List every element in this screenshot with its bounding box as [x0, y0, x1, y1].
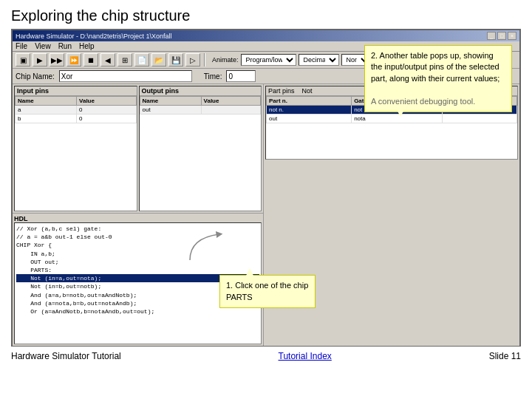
maximize-button[interactable]: □	[497, 32, 506, 40]
hdl-line: OUT out;	[16, 258, 259, 266]
pins-area: Input pins Name Value a 0 b 0	[13, 84, 263, 214]
toolbar-btn-7[interactable]: 📄	[134, 53, 149, 66]
cell: 0	[77, 106, 136, 115]
input-col-name: Name	[16, 97, 77, 106]
toolbar-btn-3[interactable]: ▶▶	[50, 53, 64, 66]
minimize-button[interactable]: _	[487, 32, 496, 40]
output-col-name: Name	[140, 97, 201, 106]
cell: b	[16, 115, 77, 123]
animate-label: Animate:	[212, 56, 239, 64]
cell: not n.	[267, 106, 352, 115]
cell	[443, 115, 517, 123]
toolbar-btn-9[interactable]: 💾	[168, 53, 183, 66]
cell: a	[16, 106, 77, 115]
hdl-line: // Xor (a,b,c sel) gate:	[16, 225, 259, 233]
sim-titlebar: Hardware Simulator - D:\nand2tetris\Proj…	[13, 30, 519, 41]
toolbar-btn-8[interactable]: 📂	[151, 53, 166, 66]
footer-left: Hardware Simulator Tutorial	[11, 351, 121, 361]
hdl-line: PARTS:	[16, 266, 259, 274]
toolbar-btn-10[interactable]: ▷	[185, 53, 200, 66]
output-pins-table: Output pins Name Value out	[139, 86, 262, 211]
tutorial-index-link[interactable]: Tutorial Index	[279, 351, 332, 361]
toolbar-sep	[204, 53, 205, 66]
menu-run[interactable]: Run	[58, 42, 72, 50]
animate-select[interactable]: Program/low	[241, 54, 296, 66]
simulator-window: Hardware Simulator - D:\nand2tetris\Proj…	[11, 29, 521, 347]
toolbar-btn-back[interactable]: ◀	[100, 53, 115, 66]
chip-name-label: Chip Name:	[16, 72, 55, 81]
time-input[interactable]	[226, 70, 256, 82]
sim-titlebar-text: Hardware Simulator - D:\nand2tetris\Proj…	[16, 33, 172, 40]
table-row[interactable]: out	[140, 106, 261, 115]
hdl-line: CHIP Xor {	[16, 241, 259, 249]
input-col-value: Value	[77, 97, 136, 106]
hdl-line: // a = a&b out-1 else out-0	[16, 233, 259, 241]
hdl-line: IN a,b;	[16, 250, 259, 258]
parts-header-label2: Not	[302, 87, 313, 95]
footer: Hardware Simulator Tutorial Tutorial Ind…	[0, 347, 532, 366]
table-row[interactable]: out nota	[267, 115, 517, 123]
hdl-line: Or (a=aAndNotb,b=notaAndb,out=out);	[16, 307, 259, 316]
hdl-label: HDL	[14, 215, 262, 222]
callout-bottom-text: 1. Click one of the chip PARTS	[226, 281, 308, 301]
footer-right: Slide 11	[489, 351, 521, 361]
close-button[interactable]: ×	[508, 32, 516, 40]
toolbar-btn-stop[interactable]: ⏹	[83, 53, 98, 66]
menu-help[interactable]: Help	[79, 42, 95, 50]
menu-file[interactable]: File	[16, 42, 27, 50]
chip-name-input[interactable]	[59, 70, 192, 82]
callout-bottom: 1. Click one of the chip PARTS	[219, 275, 316, 308]
page-title: Exploring the chip structure	[0, 0, 532, 29]
toolbar-btn-2[interactable]: ▶	[33, 53, 47, 66]
parts-header-label1: Part pins	[268, 87, 295, 95]
input-pins-table: Input pins Name Value a 0 b 0	[14, 86, 137, 211]
cell: out	[140, 106, 201, 115]
menu-view[interactable]: View	[35, 42, 51, 50]
sim-titlebar-controls: _ □ ×	[487, 32, 516, 40]
cell: out	[267, 115, 352, 123]
view-select[interactable]: Decimal	[299, 54, 339, 66]
cell: 0	[77, 115, 136, 123]
input-pins-header: Input pins	[15, 86, 137, 96]
parts-col-part: Part n.	[267, 97, 352, 106]
output-col-value: Value	[201, 97, 260, 106]
table-row[interactable]: b 0	[16, 115, 137, 123]
table-row[interactable]: a 0	[16, 106, 137, 115]
toolbar-btn-1[interactable]: ▣	[16, 53, 30, 66]
cell	[201, 106, 260, 115]
callout-top: 2. Another table pops up, showing the in…	[364, 45, 512, 112]
callout-top-text: 2. Another table pops up, showing the in…	[371, 51, 499, 106]
time-label: Time:	[204, 72, 222, 81]
toolbar-btn-6[interactable]: ⊞	[117, 53, 132, 66]
toolbar-btn-4[interactable]: ⏩	[66, 53, 81, 66]
output-pins-header: Output pins	[140, 86, 262, 96]
